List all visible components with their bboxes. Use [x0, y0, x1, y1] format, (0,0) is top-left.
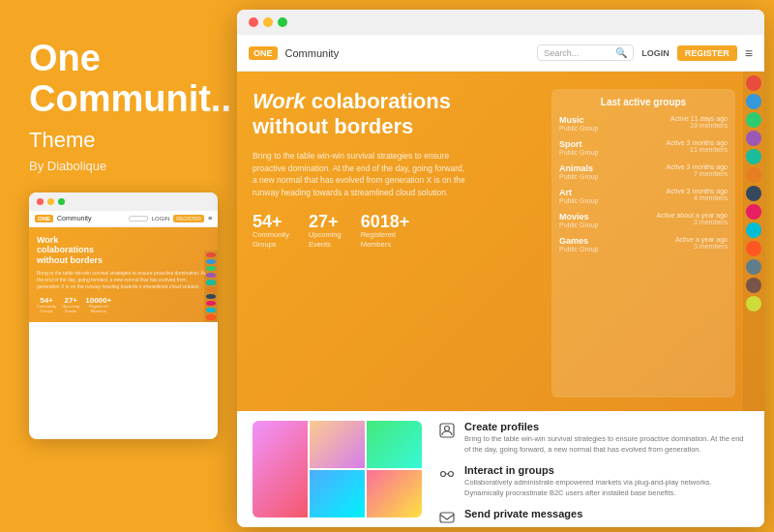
small-avatar-9 — [206, 308, 216, 312]
small-avatar-5 — [206, 280, 216, 284]
feature-messages-content: Send private messages — [464, 508, 582, 521]
small-nav-community: Community — [57, 215, 91, 222]
nav-logo-badge: ONE — [249, 46, 278, 60]
small-avatar-3 — [206, 266, 216, 271]
hero-stat-0: 54+ CommunityGroups — [253, 213, 289, 250]
nav-login-button[interactable]: LOGIN — [641, 48, 670, 58]
hero-body: Bring to the table win-win survival stra… — [253, 150, 465, 199]
small-logo: ONE — [35, 215, 53, 222]
small-dot-yellow — [47, 198, 54, 205]
dot-green — [278, 17, 287, 27]
feature-create-profiles-title: Create profiles — [464, 421, 749, 432]
hero-work: Work — [253, 89, 306, 113]
avatar-4 — [746, 131, 761, 146]
avatar-10 — [746, 241, 761, 256]
small-search — [129, 216, 148, 222]
small-avatar-2 — [206, 259, 216, 264]
left-panel: One Communit.. Theme By Diabolique ONE C… — [0, 0, 237, 532]
dot-red — [249, 17, 258, 27]
small-hero-title: Workcolaborationswithout borders — [37, 235, 210, 266]
main-content-area: Work colaborationswithout borders Bring … — [237, 72, 764, 527]
groups-title: Last active groups — [559, 97, 728, 107]
avatar-9 — [746, 222, 761, 238]
theme-subtitle: Theme — [29, 128, 208, 153]
nav-search-placeholder: Search... — [544, 48, 611, 58]
nav-search-box[interactable]: Search... 🔍 — [537, 44, 634, 61]
bottom-section: Create profiles Bring to the table win-w… — [237, 411, 764, 527]
feature-create-profiles-desc: Bring to the table win-win survival stra… — [464, 434, 749, 455]
avatar-7 — [746, 186, 761, 201]
search-icon: 🔍 — [615, 47, 627, 58]
avatar-5 — [746, 149, 761, 164]
small-nav: ONE Community LOGIN REGISTER ≡ — [29, 211, 218, 227]
theme-author: By Diabolique — [29, 159, 208, 173]
group-item-movies: MoviesPublic Group Active about a year a… — [559, 212, 728, 228]
hero-area: Work colaborationswithout borders Bring … — [237, 72, 764, 411]
avatar-8 — [746, 204, 761, 220]
feature-create-profiles-content: Create profiles Bring to the table win-w… — [464, 421, 749, 455]
small-content-area: Workcolaborationswithout borders Bring t… — [29, 227, 218, 322]
photo-4 — [310, 470, 365, 517]
hero-content-left: Work colaborationswithout borders Bring … — [253, 89, 540, 398]
feature-interact-groups: Interact in groups Collaboratively admin… — [437, 464, 749, 498]
small-avatar-8 — [206, 301, 216, 306]
nav-menu-icon[interactable]: ≡ — [745, 45, 753, 61]
features-list: Create profiles Bring to the table win-w… — [437, 421, 749, 517]
nav-community: Community — [285, 47, 340, 59]
small-avatar-1 — [206, 252, 216, 257]
svg-point-1 — [445, 427, 450, 431]
feature-messages-title: Send private messages — [464, 508, 582, 519]
small-avatar-strip — [204, 251, 218, 322]
group-item-animals: AnimalsPublic Group Active 3 months ago7… — [559, 163, 728, 180]
photo-collage — [253, 421, 422, 517]
small-dot-red — [37, 198, 44, 205]
main-browser: ONE Community Search... 🔍 LOGIN REGISTER… — [237, 10, 764, 527]
small-avatar-4 — [206, 273, 216, 278]
avatar-strip — [743, 72, 764, 411]
group-item-games: GamesPublic Group Active a year ago3 mem… — [559, 236, 728, 252]
avatar-12 — [746, 278, 761, 293]
small-stat-1: 27+ UpcomingEvents — [62, 296, 79, 314]
avatar-1 — [746, 75, 761, 91]
groups-panel: Last active groups MusicPublic Group Act… — [551, 89, 735, 398]
photo-3 — [367, 421, 422, 468]
send-messages-icon — [437, 508, 457, 527]
small-dot-green — [58, 198, 65, 205]
interact-groups-icon — [437, 464, 457, 484]
hero-stat-1: 27+ UpcomingEvents — [309, 213, 342, 250]
avatar-11 — [746, 259, 761, 275]
photo-2 — [310, 421, 365, 468]
small-browser-bar — [29, 192, 218, 211]
small-stats: 54+ CommunityGroups 27+ UpcomingEvents 1… — [37, 296, 210, 314]
photo-1 — [253, 421, 308, 517]
group-item-music: MusicPublic Group Active 11 days ago19 m… — [559, 115, 728, 132]
hero-stat-2: 6018+ RegisteredMembers — [361, 213, 410, 250]
browser-bar — [237, 10, 764, 35]
photo-5 — [367, 470, 422, 517]
small-hero: Workcolaborationswithout borders Bring t… — [29, 227, 218, 322]
group-item-art: ArtPublic Group Active 3 months ago4 mem… — [559, 188, 728, 204]
nav-register-button[interactable]: REGISTER — [677, 45, 737, 61]
create-profiles-icon — [437, 421, 457, 440]
small-menu-icon: ≡ — [208, 215, 212, 222]
avatar-6 — [746, 167, 761, 183]
small-body: Bring to the table win-win survival stra… — [37, 270, 210, 290]
feature-interact-desc: Collaboratively administrate empowered m… — [464, 478, 749, 498]
small-register: REGISTER — [173, 215, 204, 222]
main-nav: ONE Community Search... 🔍 LOGIN REGISTER… — [237, 35, 764, 72]
small-avatar-6 — [206, 287, 216, 292]
hero-title: Work colaborationswithout borders — [253, 89, 540, 140]
small-login: LOGIN — [152, 216, 170, 222]
feature-interact-content: Interact in groups Collaboratively admin… — [464, 464, 749, 498]
avatar-3 — [746, 112, 761, 128]
small-browser-mockup: ONE Community LOGIN REGISTER ≡ Workcolab… — [29, 192, 218, 439]
feature-interact-title: Interact in groups — [464, 464, 749, 476]
hero-stats: 54+ CommunityGroups 27+ UpcomingEvents 6… — [253, 213, 540, 250]
theme-title: One Communit.. — [29, 39, 208, 120]
avatar-2 — [746, 94, 761, 109]
small-stat-0: 54+ CommunityGroups — [37, 296, 56, 314]
feature-create-profiles: Create profiles Bring to the table win-w… — [437, 421, 749, 455]
small-stat-2: 10000+ RegisteredMembers — [85, 296, 111, 314]
avatar-13 — [746, 296, 761, 311]
small-avatar-10 — [206, 314, 216, 319]
